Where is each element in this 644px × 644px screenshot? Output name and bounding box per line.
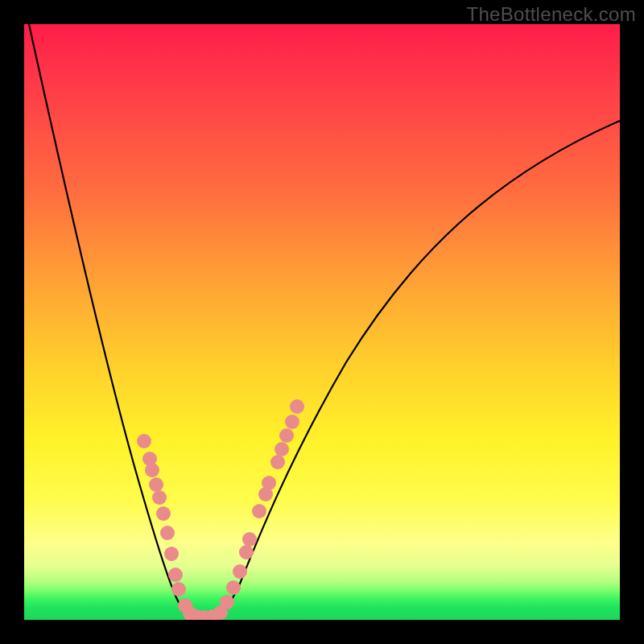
chart-frame: TheBottleneck.com bbox=[0, 0, 644, 644]
scatter-dot bbox=[164, 547, 179, 561]
scatter-dots bbox=[137, 399, 304, 620]
plot-area bbox=[24, 24, 620, 620]
scatter-dot bbox=[270, 455, 285, 469]
watermark-text: TheBottleneck.com bbox=[466, 3, 636, 26]
scatter-dot bbox=[285, 415, 299, 429]
left-curve bbox=[29, 24, 205, 617]
scatter-dot bbox=[252, 504, 266, 518]
scatter-dot bbox=[160, 526, 175, 540]
scatter-dot bbox=[220, 595, 234, 609]
chart-svg bbox=[24, 24, 620, 620]
curve-group bbox=[29, 24, 620, 617]
scatter-dot bbox=[233, 564, 247, 579]
scatter-dot bbox=[168, 568, 183, 582]
scatter-dot bbox=[239, 545, 254, 559]
scatter-dot bbox=[149, 477, 163, 492]
scatter-dot bbox=[226, 580, 241, 595]
scatter-dot bbox=[290, 399, 304, 414]
scatter-dot bbox=[242, 532, 257, 547]
scatter-dot bbox=[156, 506, 171, 521]
scatter-dot bbox=[275, 442, 289, 456]
scatter-dot bbox=[145, 463, 159, 477]
right-curve bbox=[205, 121, 620, 617]
scatter-dot bbox=[279, 428, 294, 443]
scatter-dot bbox=[171, 582, 186, 597]
scatter-dot bbox=[137, 434, 151, 448]
scatter-dot bbox=[262, 476, 276, 490]
scatter-dot bbox=[152, 490, 167, 505]
